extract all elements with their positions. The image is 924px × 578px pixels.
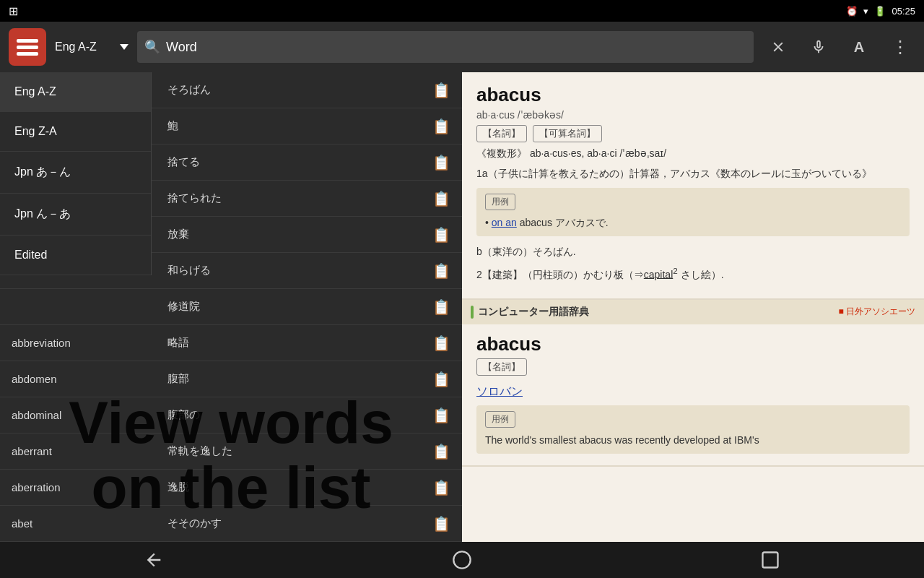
bookmark-icon[interactable]: 📋 [429,512,453,536]
microphone-button[interactable] [803,31,834,63]
home-button[interactable] [433,545,491,574]
recents-button[interactable] [741,545,799,574]
example-section: 用例 • on an abacus アバカスで. [476,188,910,236]
search-box[interactable]: 🔍 [137,31,754,63]
back-button[interactable] [125,545,183,574]
comp-dict-header: コンピューター用語辞典 ■ 日外アソシエーツ [462,300,924,324]
entry-phonetic: ab·a·cus /ˈæbəkəs/ [476,109,910,121]
sort-option-eng-az[interactable]: Eng A-Z [0,72,151,112]
comp-badge-noun: 【名詞】 [476,358,527,376]
search-icon: 🔍 [144,39,160,55]
example-text: • on an abacus アバカスで. [485,215,901,230]
grid-icon: ⊞ [9,4,18,18]
list-item[interactable]: abbreviation 略語 📋 [0,325,462,361]
bookmark-icon[interactable]: 📋 [429,367,453,392]
bookmark-icon[interactable]: 📋 [429,331,453,355]
bookmark-icon[interactable]: 📋 [429,475,453,500]
comp-dict-brand: ■ 日外アソシエーツ [838,306,915,318]
comp-example-section: 用例 The world's smallest abacus was recen… [476,405,910,454]
bottom-navigation [0,542,924,578]
sort-option-jpn-n-a[interactable]: Jpn ん－あ [0,194,151,236]
translation-link[interactable]: ソロバン [476,385,523,397]
list-item[interactable]: aberration 逸脱 📋 [0,470,462,506]
dict-accent-bar [471,306,474,319]
bookmark-icon[interactable]: 📋 [429,150,453,175]
dict-entry-2: コンピューター用語辞典 ■ 日外アソシエーツ abacus 【名詞】 ソロバン … [462,300,924,467]
list-item[interactable]: 修道院 📋 [0,289,462,325]
battery-icon: 🔋 [874,6,886,17]
dropdown-arrow-icon [120,44,128,50]
sort-selector[interactable]: Eng A-Z [55,40,128,53]
badge-noun: 【名詞】 [476,125,527,142]
bookmark-icon[interactable]: 📋 [429,439,453,464]
dict-entry-1: abacus ab·a·cus /ˈæbəkəs/ 【名詞】 【可算名詞】 《複… [462,72,924,300]
sort-option-jpn-a-n[interactable]: Jpn あ－ん [0,152,151,194]
app-icon [9,28,46,66]
bookmark-icon[interactable]: 📋 [429,223,453,247]
status-right-icons: ⏰ ▾ 🔋 05:25 [846,6,915,17]
badge-countable: 【可算名詞】 [533,125,602,142]
more-options-button[interactable]: ⋮ [884,31,915,63]
bookmark-icon[interactable]: 📋 [429,114,453,139]
definition-1a: 1a（子供に計算を教えるための）計算器，アバカス《数本のレールに玉がついている》 [476,165,910,181]
comp-dict-title: コンピューター用語辞典 [478,306,589,319]
wifi-icon: ▾ [863,6,868,17]
font-button[interactable]: A [843,31,875,63]
status-bar: ⊞ ⏰ ▾ 🔋 05:25 [0,0,924,22]
sort-option-edited[interactable]: Edited [0,236,151,275]
comp-entry-word: abacus [476,333,910,355]
example-label: 用例 [485,194,515,210]
main-area: そろばん 📋 鮑 📋 捨てる 📋 捨てられた 📋 放棄 📋 [0,72,924,542]
svg-rect-0 [762,553,777,568]
entry-word: abacus [476,84,910,106]
sort-label: Eng A-Z [55,40,120,53]
bookmark-filled-icon[interactable]: 📋 [429,186,453,211]
dictionary-panel: abacus ab·a·cus /ˈæbəkəs/ 【名詞】 【可算名詞】 《複… [462,72,924,542]
clock-display: 05:25 [892,6,915,17]
definition-1b: b（東洋の）そろばん. [476,243,910,259]
list-item[interactable]: abdominal 腹部の 📋 [0,397,462,434]
clear-search-button[interactable] [762,31,794,63]
top-bar: Eng A-Z 🔍 A ⋮ [0,22,924,72]
example-link[interactable]: on an [492,217,517,228]
definition-2: 2【建築】（円柱頭の）かむり板（⇒capital2 さし絵）. [476,264,910,282]
bookmark-icon[interactable]: 📋 [429,295,453,319]
search-input[interactable] [166,40,746,55]
list-item[interactable]: abdomen 腹部 📋 [0,361,462,397]
status-left-icons: ⊞ [9,4,18,18]
bookmark-icon[interactable]: 📋 [429,259,453,283]
list-item[interactable]: abet そそのかす 📋 [0,506,462,542]
bookmark-filled-icon[interactable]: 📋 [429,403,453,428]
sort-dropdown: Eng A-Z Eng Z-A Jpn あ－ん Jpn ん－あ Edited [0,72,152,275]
left-panel: そろばん 📋 鮑 📋 捨てる 📋 捨てられた 📋 放棄 📋 [0,72,462,542]
plural-form: 《複数形》 ab·a·cus·es, ab·a·ci /ˈæbəˌsaɪ/ [476,145,910,161]
list-item[interactable]: aberrant 常軌を逸した 📋 [0,434,462,470]
comp-example-text: The world's smallest abacus was recently… [485,432,901,448]
sort-option-eng-za[interactable]: Eng Z-A [0,112,151,152]
alarm-icon: ⏰ [846,6,858,17]
bookmark-icon[interactable]: 📋 [429,78,453,103]
comp-example-label: 用例 [485,411,515,428]
